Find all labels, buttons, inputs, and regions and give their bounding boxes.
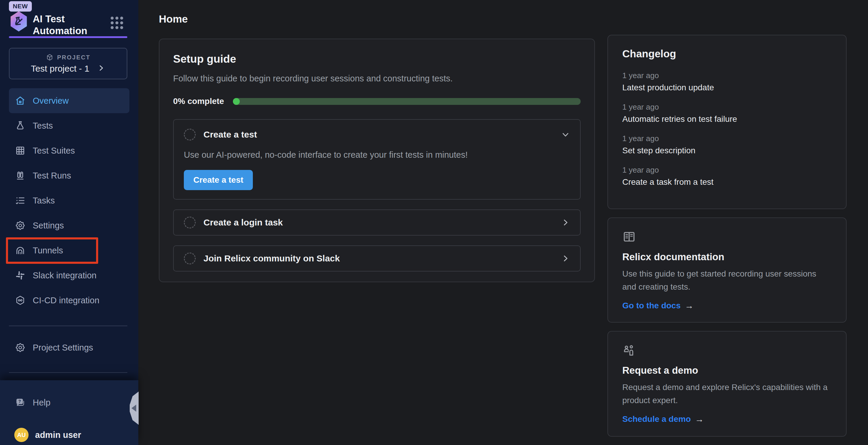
changelog-time: 1 year ago [622, 166, 832, 175]
user-name: admin user [35, 430, 81, 440]
sidebar-item-tunnels[interactable]: Tunnels [9, 238, 129, 263]
home-icon [15, 95, 26, 106]
changelog-entry-title: Latest production update [622, 83, 832, 92]
step-incomplete-icon [184, 129, 196, 140]
step-incomplete-icon [184, 216, 196, 229]
sidebar-item-help[interactable]: Help [9, 390, 129, 415]
changelog-entry-title: Create a task from a test [622, 177, 832, 187]
help-section: Help [0, 390, 138, 415]
sidebar-item-project-settings[interactable]: Project Settings [9, 335, 129, 360]
documentation-title: Relicx documentation [622, 251, 832, 263]
demo-body: Request a demo and explore Relicx's capa… [622, 381, 832, 407]
chevron-down-icon[interactable] [561, 130, 570, 139]
step-header[interactable]: Create a test [184, 129, 570, 140]
changelog-entry: 1 year ago Latest production update [622, 71, 832, 92]
changelog-entry: 1 year ago Create a task from a test [622, 166, 832, 187]
sidebar-divider [9, 372, 127, 373]
documentation-body: Use this guide to get started recording … [622, 267, 832, 294]
setup-guide-subtitle: Follow this guide to begin recording use… [173, 74, 581, 83]
chevron-right-icon [97, 64, 105, 73]
link-label: Schedule a demo [622, 414, 691, 424]
test-runs-icon [15, 170, 26, 181]
progress-indicator [233, 98, 240, 105]
user-menu[interactable]: AU admin user [14, 428, 81, 442]
link-label: Go to the docs [622, 301, 681, 310]
sidebar-item-tasks[interactable]: Tasks [9, 188, 129, 213]
app-logo-icon [9, 11, 28, 32]
sidebar-item-label: Tasks [33, 196, 55, 206]
project-cube-icon [46, 54, 54, 61]
sidebar-item-label: Overview [33, 96, 69, 106]
cicd-icon [15, 295, 26, 306]
changelog-card: Changelog 1 year ago Latest production u… [608, 35, 846, 209]
arrow-right-icon: → [685, 301, 694, 311]
changelog-entry-title: Automatic retries on test failure [622, 114, 832, 124]
sidebar-bottom-nav: Project Settings [0, 335, 138, 360]
slack-icon [15, 270, 26, 281]
new-badge: NEW [9, 1, 32, 11]
sidebar-item-label: Tests [33, 121, 53, 131]
changelog-time: 1 year ago [622, 134, 832, 143]
sidebar-item-label: Test Suites [33, 146, 75, 156]
changelog-time: 1 year ago [622, 71, 832, 80]
sidebar-item-label: Help [33, 398, 51, 408]
schedule-demo-link[interactable]: Schedule a demo → [622, 414, 832, 424]
setup-guide-title: Setup guide [173, 53, 581, 65]
setup-guide-card: Setup guide Follow this guide to begin r… [159, 39, 595, 282]
go-to-docs-link[interactable]: Go to the docs → [622, 301, 832, 311]
changelog-title: Changelog [622, 48, 832, 60]
sidebar-item-label: Tunnels [33, 246, 63, 255]
progress-label: 0% complete [173, 97, 224, 106]
grid-icon [15, 145, 26, 156]
sidebar-item-tests[interactable]: Tests [9, 113, 129, 138]
sidebar-item-label: Settings [33, 221, 64, 231]
people-icon [622, 343, 832, 358]
sidebar-item-slack-integration[interactable]: Slack integration [9, 263, 129, 288]
project-name: Test project - 1 [31, 64, 90, 74]
sidebar-item-overview[interactable]: Overview [9, 88, 129, 113]
book-icon [622, 230, 832, 245]
step-create-a-login-task[interactable]: Create a login task [173, 209, 581, 236]
sidebar-item-settings[interactable]: Settings [9, 213, 129, 238]
create-a-test-button[interactable]: Create a test [184, 170, 253, 190]
brand-accent-divider [9, 36, 127, 38]
avatar: AU [14, 428, 29, 442]
demo-title: Request a demo [622, 365, 832, 376]
flask-icon [15, 120, 26, 131]
chevron-right-icon [561, 254, 570, 263]
chevron-right-icon [561, 218, 570, 227]
sidebar-item-label: Test Runs [33, 171, 71, 181]
sidebar-divider [9, 326, 127, 326]
gear-icon [15, 220, 26, 231]
app-window: NEW AI Test Automation PROJECT Test proj… [0, 0, 868, 445]
app-title: AI Test Automation [33, 13, 107, 37]
step-create-a-test: Create a test Use our AI-powered, no-cod… [173, 119, 581, 200]
tasks-icon [15, 195, 26, 206]
sidebar-item-test-runs[interactable]: Test Runs [9, 163, 129, 188]
page-title: Home [159, 13, 846, 25]
project-label: PROJECT [57, 54, 90, 61]
arrow-right-icon: → [695, 414, 704, 424]
changelog-time: 1 year ago [622, 102, 832, 112]
right-column: Changelog 1 year ago Latest production u… [608, 35, 846, 437]
sidebar-nav: Overview Tests Test Suites Test Runs Tas… [0, 88, 138, 313]
request-demo-card: Request a demo Request a demo and explor… [608, 331, 846, 437]
step-title: Create a login task [204, 217, 553, 228]
sidebar: NEW AI Test Automation PROJECT Test proj… [0, 0, 138, 445]
changelog-entry-title: Set step description [622, 146, 832, 156]
main-content: Home Setup guide Follow this guide to be… [138, 0, 868, 445]
progress-bar [233, 98, 581, 105]
sidebar-item-label: CI-CD integration [33, 296, 99, 305]
sidebar-item-test-suites[interactable]: Test Suites [9, 138, 129, 163]
sidebar-item-label: Project Settings [33, 343, 93, 353]
step-title: Join Relicx community on Slack [204, 253, 553, 264]
sidebar-footer: Help AU admin user [0, 380, 138, 445]
sidebar-item-cicd-integration[interactable]: CI-CD integration [9, 288, 129, 313]
project-selector[interactable]: PROJECT Test project - 1 [9, 48, 127, 79]
step-join-relicx-community[interactable]: Join Relicx community on Slack [173, 245, 581, 272]
apps-grid-icon[interactable] [111, 16, 124, 30]
sidebar-item-label: Slack integration [33, 271, 96, 280]
gear-icon [15, 342, 26, 353]
documentation-card: Relicx documentation Use this guide to g… [608, 217, 846, 322]
setup-progress: 0% complete [173, 97, 581, 106]
